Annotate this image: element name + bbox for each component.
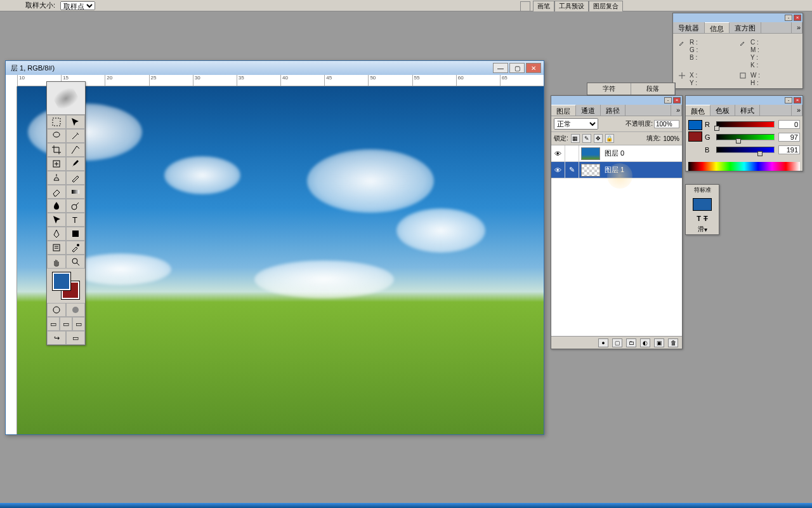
color-tab[interactable]: 颜色 xyxy=(686,105,710,116)
panel-close-button[interactable]: × xyxy=(794,15,801,21)
text-color-swatch[interactable] xyxy=(693,198,712,211)
channels-tab[interactable]: 通道 xyxy=(576,105,601,116)
hand-tool[interactable] xyxy=(47,255,66,269)
quickmask-mode[interactable] xyxy=(66,303,85,317)
swatches-tab[interactable]: 色板 xyxy=(710,105,735,116)
fill-value[interactable]: 100% xyxy=(663,135,679,142)
healing-brush-tool[interactable] xyxy=(47,157,66,171)
b-value[interactable]: 191 xyxy=(778,145,800,154)
layer-thumbnail[interactable] xyxy=(581,147,600,160)
new-set-icon[interactable]: 🗀 xyxy=(626,338,636,347)
layers-tab[interactable]: 图层 xyxy=(551,105,576,116)
type-button-2[interactable]: T xyxy=(704,215,708,222)
eyedropper-tool[interactable] xyxy=(66,241,85,255)
adjustment-layer-icon[interactable]: ◐ xyxy=(640,338,650,347)
notes-tool[interactable] xyxy=(47,241,66,255)
standard-screen[interactable]: ▭ xyxy=(47,317,60,331)
new-layer-icon[interactable]: ▣ xyxy=(654,338,664,347)
panel-menu-icon[interactable]: » xyxy=(791,22,802,33)
b-slider[interactable] xyxy=(716,147,775,153)
layer-style-icon[interactable]: ● xyxy=(598,338,608,347)
maximize-button[interactable]: ▢ xyxy=(509,63,525,73)
panel-min-button[interactable]: - xyxy=(785,15,792,21)
histogram-tab[interactable]: 直方图 xyxy=(730,22,761,33)
panel-min-button[interactable]: - xyxy=(785,97,792,104)
shape-tool[interactable] xyxy=(66,227,85,241)
aa-dropdown[interactable]: ▾ xyxy=(704,226,707,233)
type-button[interactable]: T xyxy=(697,215,701,222)
character-paragraph-panel[interactable]: 字符 段落 xyxy=(587,83,676,95)
minimize-button[interactable]: — xyxy=(493,63,508,73)
crosshair-icon xyxy=(678,72,686,79)
standard-mode[interactable] xyxy=(47,303,66,317)
g-slider[interactable] xyxy=(716,134,775,140)
canvas[interactable] xyxy=(17,86,544,434)
panel-close-button[interactable]: × xyxy=(673,97,681,104)
lock-position-icon[interactable]: ✥ xyxy=(594,134,603,143)
dodge-tool[interactable] xyxy=(66,199,85,213)
foreground-color[interactable] xyxy=(53,272,70,290)
layer-name[interactable]: 图层 1 xyxy=(602,165,624,175)
blend-mode-select[interactable]: 正常 xyxy=(554,118,598,130)
full-screen[interactable]: ▭ xyxy=(72,317,85,331)
layer-thumbnail[interactable] xyxy=(581,164,600,177)
layer-row[interactable]: 👁 图层 0 xyxy=(551,145,682,162)
lasso-tool[interactable] xyxy=(47,129,66,143)
color-ramp[interactable] xyxy=(688,162,800,171)
eraser-tool[interactable] xyxy=(47,185,66,199)
taskbar[interactable] xyxy=(0,503,812,508)
type-tool[interactable]: T xyxy=(66,213,85,227)
opacity-value[interactable]: 100% xyxy=(654,120,679,128)
marquee-tool[interactable] xyxy=(47,115,66,129)
paragraph-tab[interactable]: 段落 xyxy=(631,83,675,95)
color-fg-swatch[interactable] xyxy=(688,120,702,130)
panel-close-button[interactable]: × xyxy=(794,97,801,104)
paths-tab[interactable]: 路径 xyxy=(601,105,625,116)
layer-row[interactable]: 👁 ✎ 图层 1 xyxy=(551,162,682,178)
character-tab[interactable]: 字符 xyxy=(587,83,631,95)
panel-menu-icon[interactable]: » xyxy=(791,105,802,116)
layer-mask-icon[interactable]: ▢ xyxy=(612,338,622,347)
zoom-tool[interactable] xyxy=(66,255,85,269)
full-screen-menu[interactable]: ▭ xyxy=(60,317,72,331)
jump-icon[interactable]: ▭ xyxy=(66,331,85,345)
history-brush-tool[interactable] xyxy=(66,171,85,185)
magic-wand-tool[interactable] xyxy=(66,129,85,143)
r-value[interactable]: 0 xyxy=(778,120,800,129)
canvas-image xyxy=(17,86,544,434)
link-toggle[interactable] xyxy=(565,145,579,161)
info-tab[interactable]: 信息 xyxy=(705,22,730,33)
brush-tool[interactable] xyxy=(66,157,85,171)
document-titlebar[interactable]: 层 1, RGB/8#) — ▢ ✕ xyxy=(6,61,544,75)
lock-image-icon[interactable]: ✎ xyxy=(582,134,591,143)
path-selection-tool[interactable] xyxy=(47,213,66,227)
layer-comps-tab[interactable]: 图层复合 xyxy=(589,1,623,11)
slice-tool[interactable] xyxy=(66,143,85,157)
brush-tab[interactable]: 画笔 xyxy=(533,1,554,11)
gradient-tool[interactable] xyxy=(66,185,85,199)
styles-tab[interactable]: 样式 xyxy=(735,105,760,116)
move-tool[interactable] xyxy=(66,115,85,129)
g-value[interactable]: 97 xyxy=(778,133,800,142)
sample-size-select[interactable]: 取样点 xyxy=(60,1,95,10)
navigator-tab[interactable]: 导航器 xyxy=(673,22,705,33)
visibility-toggle[interactable]: 👁 xyxy=(551,162,565,178)
lock-all-icon[interactable]: 🔒 xyxy=(605,134,614,143)
color-bg-swatch[interactable] xyxy=(688,131,702,142)
delete-layer-icon[interactable]: 🗑 xyxy=(668,338,678,347)
lock-transparency-icon[interactable]: ▦ xyxy=(571,134,580,143)
blur-tool[interactable] xyxy=(47,199,66,213)
jump-to-imageready[interactable]: ↪ xyxy=(47,331,66,345)
brush-preset-icon[interactable] xyxy=(520,1,530,11)
panel-menu-icon[interactable]: » xyxy=(671,105,682,116)
pen-tool[interactable] xyxy=(47,227,66,241)
link-toggle[interactable]: ✎ xyxy=(565,162,579,178)
clone-stamp-tool[interactable] xyxy=(47,171,66,185)
layer-name[interactable]: 图层 0 xyxy=(602,149,624,158)
crop-tool[interactable] xyxy=(47,143,66,157)
visibility-toggle[interactable]: 👁 xyxy=(551,145,565,161)
close-button[interactable]: ✕ xyxy=(526,63,541,73)
r-slider[interactable] xyxy=(716,121,775,128)
panel-min-button[interactable]: - xyxy=(664,97,672,104)
tool-presets-tab[interactable]: 工具预设 xyxy=(554,1,589,11)
